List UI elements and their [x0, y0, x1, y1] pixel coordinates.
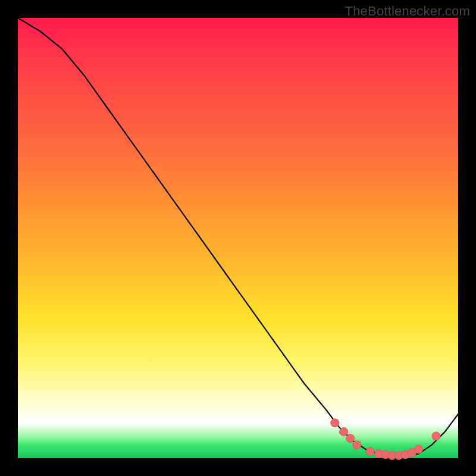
curve-dot [340, 428, 348, 436]
curve-dot [331, 419, 339, 427]
bottleneck-curve [18, 18, 458, 456]
curve-dot [366, 447, 374, 456]
chart-frame: TheBottlenecker.com [0, 0, 476, 476]
curve-dot [432, 432, 440, 440]
curve-dots [331, 419, 440, 460]
curve-dot [353, 441, 361, 449]
curve-dot [346, 434, 355, 443]
plot-area [18, 18, 458, 458]
curve-layer [18, 18, 458, 458]
curve-dot [414, 445, 422, 453]
watermark-text: TheBottlenecker.com [345, 4, 470, 19]
